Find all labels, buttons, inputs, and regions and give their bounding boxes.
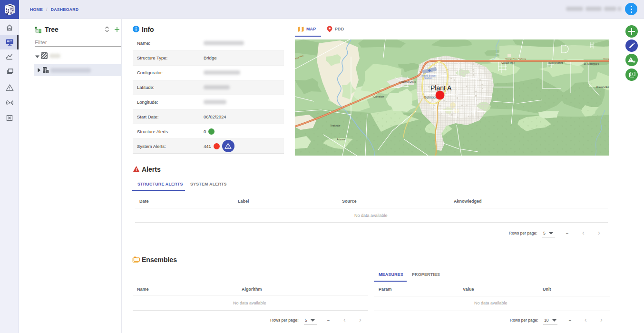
svg-text:Teakettle: Teakettle [330,124,341,127]
svg-text:Arizona: Arizona [337,138,345,141]
svg-text:Frank's Edd: Frank's Edd [596,86,609,88]
svg-text:Stadium: Stadium [424,77,432,79]
svg-text:Roaring Creek: Roaring Creek [400,80,416,83]
svg-text:Hummingbird: Hummingbird [548,61,563,64]
svg-text:Plant A: Plant A [430,84,452,92]
svg-text:George: George [603,58,609,60]
svg-text:George Price Highway: George Price Highway [505,58,527,60]
svg-text:Cotton Tree: Cotton Tree [501,61,515,64]
svg-text:St. Matthew's: St. Matthew's [584,62,599,65]
svg-text:Camalote: Camalote [373,95,384,98]
